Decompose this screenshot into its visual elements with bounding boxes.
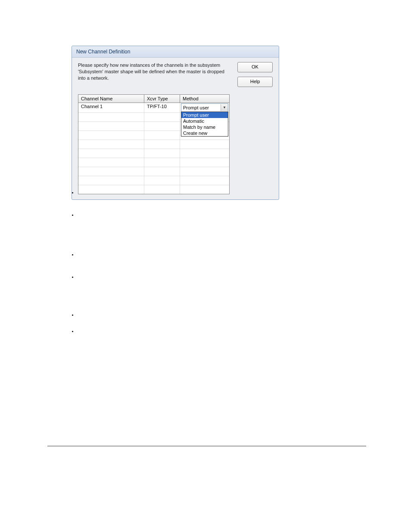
page-body	[47, 190, 371, 351]
list-item	[78, 274, 371, 278]
header-channel-name[interactable]: Channel Name	[78, 95, 144, 103]
list-item	[78, 212, 371, 216]
table-row	[78, 176, 229, 185]
dropdown-option-automatic[interactable]: Automatic	[181, 118, 228, 124]
dropdown-selected: Prompt user	[181, 105, 221, 110]
list-item	[78, 252, 371, 256]
dropdown-option-match-by-name[interactable]: Match by name	[181, 124, 228, 130]
cell-method: Prompt user ▼ Prompt user Automatic Matc…	[180, 103, 229, 112]
table-header-row: Channel Name Xcvr Type Method	[78, 95, 229, 103]
table-row: Channel 1 TP/FT-10 Prompt user ▼ Prompt …	[78, 103, 229, 113]
dropdown-option-create-new[interactable]: Create new	[181, 130, 228, 136]
cell-xcvr-type: TP/FT-10	[144, 103, 180, 112]
dialog-titlebar: New Channel Definition	[72, 46, 279, 58]
channel-table: Channel Name Xcvr Type Method Channel 1 …	[78, 94, 230, 194]
chevron-down-icon[interactable]: ▼	[221, 104, 228, 111]
dialog-title: New Channel Definition	[76, 49, 130, 55]
dialog-body: Please specify how new instances of the …	[72, 58, 279, 199]
new-channel-definition-dialog: New Channel Definition Please specify ho…	[72, 46, 279, 200]
cell-channel-name: Channel 1	[78, 103, 144, 112]
dialog-buttons: OK Help	[237, 62, 274, 194]
list-item	[78, 190, 371, 194]
help-button[interactable]: Help	[237, 77, 273, 87]
ok-button[interactable]: OK	[237, 62, 273, 72]
list-item	[78, 312, 371, 316]
header-xcvr-type[interactable]: Xcvr Type	[144, 95, 180, 103]
dialog-description: Please specify how new instances of the …	[78, 62, 233, 81]
dialog-left: Please specify how new instances of the …	[78, 62, 233, 194]
table-row	[78, 140, 229, 149]
dropdown-option-prompt-user[interactable]: Prompt user	[181, 112, 228, 118]
method-dropdown[interactable]: Prompt user ▼	[181, 103, 228, 112]
table-row	[78, 149, 229, 158]
header-method[interactable]: Method	[180, 95, 229, 103]
table-row	[78, 158, 229, 167]
method-dropdown-list: Prompt user Automatic Match by name Crea…	[181, 112, 228, 137]
page-footer-rule	[47, 446, 366, 446]
list-item	[78, 328, 371, 333]
bullet-list	[47, 190, 371, 333]
table-row	[78, 167, 229, 176]
